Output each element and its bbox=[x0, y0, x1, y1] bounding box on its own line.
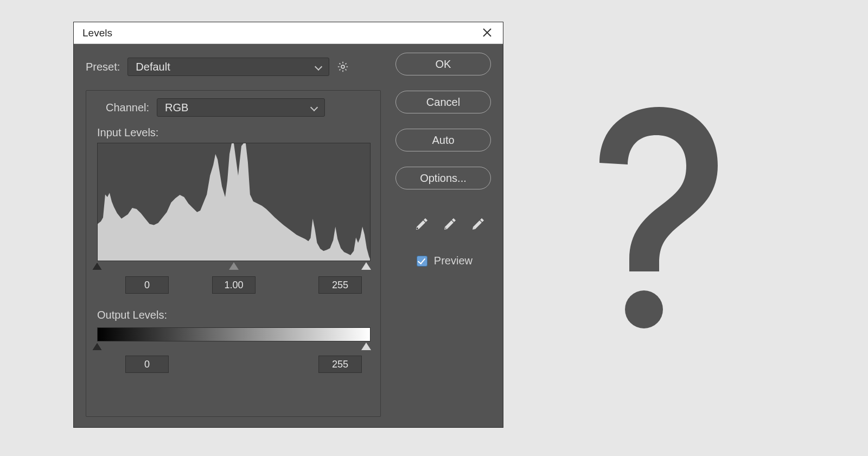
chevron-down-icon bbox=[310, 104, 318, 111]
close-icon[interactable] bbox=[478, 27, 496, 40]
input-slider-track[interactable] bbox=[97, 262, 371, 272]
svg-point-0 bbox=[341, 65, 344, 68]
input-levels-label: Input Levels: bbox=[97, 126, 158, 139]
dialog-title: Levels bbox=[82, 27, 112, 39]
output-gradient bbox=[97, 327, 371, 341]
output-black-field[interactable]: 0 bbox=[125, 356, 169, 373]
preset-label: Preset: bbox=[86, 61, 120, 73]
cancel-button[interactable]: Cancel bbox=[395, 91, 491, 113]
titlebar: Levels bbox=[74, 22, 503, 44]
midtone-slider[interactable] bbox=[229, 262, 239, 270]
channel-select[interactable]: RGB bbox=[157, 98, 325, 117]
preview-checkbox[interactable] bbox=[417, 256, 427, 267]
output-white-field[interactable]: 255 bbox=[318, 356, 362, 373]
white-point-eyedropper-icon[interactable] bbox=[470, 217, 486, 235]
auto-button[interactable]: Auto bbox=[395, 129, 491, 151]
options-button[interactable]: Options... bbox=[395, 167, 491, 189]
black-point-slider[interactable] bbox=[92, 262, 102, 270]
channel-value: RGB bbox=[165, 102, 188, 114]
ok-button[interactable]: OK bbox=[395, 53, 491, 75]
eyedropper-group bbox=[414, 217, 486, 235]
gear-icon[interactable] bbox=[337, 61, 349, 73]
channel-label: Channel: bbox=[106, 102, 149, 114]
preview-label: Preview bbox=[434, 255, 473, 267]
levels-fieldset: Channel: RGB Input Levels: 0 1.00 bbox=[86, 90, 381, 417]
white-point-slider[interactable] bbox=[361, 262, 371, 270]
output-slider-track[interactable] bbox=[97, 343, 371, 352]
preset-select[interactable]: Default bbox=[127, 58, 329, 76]
output-black-slider[interactable] bbox=[92, 343, 102, 350]
output-levels-label: Output Levels: bbox=[97, 309, 167, 321]
output-white-slider[interactable] bbox=[361, 343, 371, 350]
black-point-eyedropper-icon[interactable] bbox=[414, 217, 429, 235]
input-gamma-field[interactable]: 1.00 bbox=[212, 276, 256, 294]
chevron-down-icon bbox=[315, 63, 322, 71]
svg-point-1 bbox=[625, 290, 663, 328]
levels-dialog: Levels Preset: Default Channel: RGB bbox=[73, 22, 503, 428]
input-white-field[interactable]: 255 bbox=[318, 276, 362, 294]
histogram bbox=[97, 143, 371, 261]
question-mark-graphic bbox=[578, 100, 730, 328]
gray-point-eyedropper-icon[interactable] bbox=[442, 217, 457, 235]
input-black-field[interactable]: 0 bbox=[125, 276, 169, 294]
preset-value: Default bbox=[136, 61, 170, 73]
